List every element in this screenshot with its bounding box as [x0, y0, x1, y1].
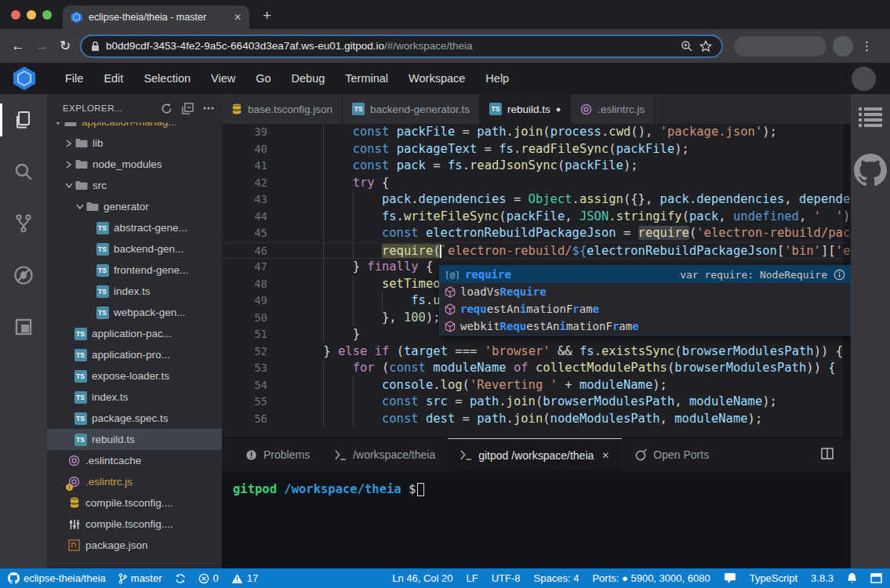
tree-item-node-modules[interactable]: node_modules	[47, 154, 222, 175]
bookmark-star-icon[interactable]	[699, 40, 712, 53]
maximize-window-button[interactable]	[42, 10, 52, 20]
panel-tab--workspace-theia[interactable]: /workspace/theia	[322, 438, 448, 471]
back-icon[interactable]: ←	[6, 38, 30, 54]
menu-edit[interactable]: Edit	[93, 63, 133, 94]
tree-item-backend-gen-[interactable]: TSbackend-gen...	[47, 238, 222, 260]
menu-selection[interactable]: Selection	[133, 63, 201, 94]
code-line-45[interactable]: 45 const electronRebuildPackageJson = re…	[222, 225, 851, 242]
code-line-44[interactable]: 44 fs.writeFileSync(packFile, JSON.strin…	[222, 209, 851, 226]
code-editor[interactable]: 39 const packFile = path.join(process.cw…	[222, 124, 851, 437]
status-sync[interactable]	[175, 573, 186, 584]
status-chat[interactable]	[724, 573, 736, 584]
tree-item--eslintcache[interactable]: .eslintcache	[47, 450, 222, 471]
activity-open-editors[interactable]	[859, 107, 882, 130]
suggest-item[interactable]: [@]requirevar require: NodeRequire	[440, 266, 850, 283]
status-window[interactable]	[870, 573, 882, 583]
status-master[interactable]: master	[118, 572, 162, 584]
chevron-right-icon[interactable]	[63, 161, 74, 169]
status-ports-5900-3000-6080[interactable]: Ports: ● 5900, 3000, 6080	[592, 572, 710, 584]
activity-debug-disabled[interactable]	[0, 260, 47, 290]
chevron-down-icon[interactable]	[52, 122, 64, 125]
status-typescript[interactable]: TypeScript	[750, 572, 797, 584]
tree-item-package-json[interactable]: package.json	[47, 535, 222, 556]
collapse-all-icon[interactable]	[182, 103, 194, 114]
suggest-item[interactable]: webkitRequestAnimationFrame	[440, 318, 850, 335]
activity-source-control[interactable]	[0, 209, 47, 238]
status-17[interactable]: 17	[231, 572, 258, 584]
menu-file[interactable]: File	[55, 63, 93, 94]
menu-workspace[interactable]: Workspace	[398, 63, 475, 94]
activity-github[interactable]	[854, 154, 887, 190]
status-lf[interactable]: LF	[467, 572, 478, 584]
editor-tab-rebuild-ts[interactable]: TSrebuild.ts●	[480, 94, 571, 124]
editor-tab-backend-generator-ts[interactable]: TSbackend-generator.ts	[343, 94, 480, 124]
tree-item-package-spec-ts[interactable]: TSpackage.spec.ts	[47, 408, 222, 429]
traffic-lights[interactable]	[11, 10, 52, 20]
tree-item-index-ts[interactable]: TSindex.ts	[47, 281, 222, 302]
browser-menu-icon[interactable]: ⋮	[861, 39, 873, 53]
dirty-indicator[interactable]: ●	[556, 104, 561, 114]
forward-icon[interactable]: →	[30, 38, 53, 54]
code-line-39[interactable]: 39 const packFile = path.join(process.cw…	[222, 124, 851, 141]
tree-item-abstract-gene-[interactable]: TSabstract-gene...	[47, 217, 222, 238]
url-bar[interactable]: b0dd9cdf-3453-4fe2-9a5c-66403d3ea7af.ws-…	[80, 34, 723, 58]
terminal[interactable]: gitpod /workspace/theia $	[222, 471, 851, 568]
code-line-40[interactable]: 40 const packageText = fs.readFileSync(p…	[222, 141, 851, 158]
code-line-46[interactable]: 46 require(`electron-rebuild/${electronR…	[222, 242, 851, 260]
browser-profile-avatar[interactable]	[833, 36, 853, 56]
suggest-item[interactable]: requestAnimationFrame	[440, 300, 850, 318]
editor-tab-base-tsconfig-json[interactable]: base.tsconfig.json	[222, 94, 343, 124]
tree-item-generator[interactable]: generator	[47, 196, 222, 217]
activity-plugins[interactable]	[0, 312, 47, 342]
tree-item-application-pac-[interactable]: TSapplication-pac...	[47, 323, 222, 344]
code-line-42[interactable]: 42 try {	[222, 175, 851, 192]
chevron-right-icon[interactable]	[63, 140, 74, 147]
tree-item-compile-tsconfig-[interactable]: compile.tsconfig....	[47, 514, 222, 535]
panel-tab-open-ports[interactable]: Open Ports	[622, 438, 721, 471]
status-3-8-3[interactable]: 3.8.3	[811, 572, 834, 584]
code-line-43[interactable]: 43 pack.dependencies = Object.assign({},…	[222, 191, 851, 209]
code-line-52[interactable]: 52 } else if (target === 'browser' && fs…	[222, 343, 851, 361]
menu-view[interactable]: View	[201, 63, 245, 94]
tree-item-webpack-gen-[interactable]: TSwebpack-gen...	[47, 302, 222, 323]
status-bell[interactable]	[847, 572, 857, 584]
user-avatar[interactable]	[852, 67, 876, 91]
status-0[interactable]: 0	[198, 572, 219, 584]
panel-tab-problems[interactable]: Problems	[233, 438, 322, 471]
tree-item-expose-loader-ts[interactable]: TSexpose-loader.ts	[47, 365, 222, 387]
tree-item-compile-tsconfig-[interactable]: compile.tsconfig....	[47, 492, 222, 514]
editor-tab--eslintrc-js[interactable]: .eslintrc.js	[571, 94, 655, 124]
new-tab-button[interactable]: +	[263, 8, 271, 23]
tree-item-rebuild-ts[interactable]: TSrebuild.ts	[47, 429, 222, 450]
chevron-down-icon[interactable]	[74, 204, 85, 209]
status-eclipse-theia-theia[interactable]: eclipse-theia/theia	[8, 572, 106, 584]
minimize-window-button[interactable]	[27, 10, 36, 20]
tree-item-lib[interactable]: lib	[47, 132, 222, 154]
close-tab-icon[interactable]: ✕	[234, 12, 242, 23]
suggest-item[interactable]: loadVsRequire	[440, 283, 850, 300]
reload-icon[interactable]: ↻	[53, 38, 77, 54]
status-spaces-4[interactable]: Spaces: 4	[534, 572, 579, 584]
close-window-button[interactable]	[11, 10, 20, 20]
close-icon[interactable]: ✕	[601, 450, 609, 461]
tree-item-application-pro-[interactable]: TSapplication-pro...	[47, 344, 222, 365]
tree-item--eslintrc-js[interactable]: !.eslintrc.js	[47, 471, 222, 492]
code-line-54[interactable]: 54 console.log('Reverting ' + moduleName…	[222, 377, 851, 394]
code-line-53[interactable]: 53 for (const moduleName of collectModul…	[222, 360, 851, 377]
tree-item-index-ts[interactable]: TSindex.ts	[47, 387, 222, 408]
status-utf-8[interactable]: UTF-8	[492, 572, 521, 584]
tree-item-application-manag-[interactable]: application-manag...	[47, 122, 222, 132]
activity-search[interactable]	[0, 157, 47, 187]
chevron-down-icon[interactable]	[63, 183, 74, 188]
browser-tab[interactable]: eclipse-theia/theia - master ✕	[63, 5, 249, 29]
menu-debug[interactable]: Debug	[282, 63, 336, 94]
panel-tab-gitpod-workspace-theia[interactable]: gitpod /workspace/theia✕	[448, 438, 622, 471]
zoom-icon[interactable]	[681, 40, 693, 53]
code-line-41[interactable]: 41 const pack = fs.readJsonSync(packFile…	[222, 158, 851, 175]
menu-terminal[interactable]: Terminal	[335, 63, 398, 94]
tree-item-src[interactable]: src	[47, 175, 222, 196]
code-line-55[interactable]: 55 const src = path.join(browserModulesP…	[222, 394, 851, 411]
menu-go[interactable]: Go	[245, 63, 281, 94]
menu-help[interactable]: Help	[475, 63, 519, 94]
status-ln-46-col-20[interactable]: Ln 46, Col 20	[392, 572, 452, 584]
